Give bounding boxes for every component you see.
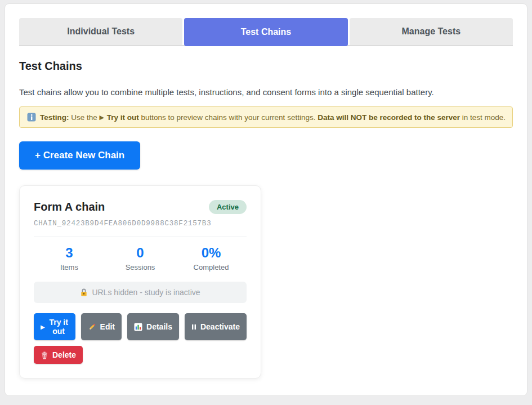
banner-no-record-warning: Data will NOT be recorded to the server	[318, 113, 460, 122]
stat-sessions-value: 0	[105, 245, 176, 261]
play-icon: ▶	[41, 324, 45, 330]
chain-title: Form A chain	[34, 201, 105, 213]
stat-items-label: Items	[34, 263, 105, 272]
main-panel: Individual Tests Test Chains Manage Test…	[5, 3, 527, 396]
stat-items-value: 3	[34, 245, 105, 261]
stat-sessions: 0 Sessions	[105, 245, 176, 272]
edit-button[interactable]: Edit	[81, 313, 122, 340]
tab-manage-tests[interactable]: Manage Tests	[350, 18, 513, 45]
card-divider	[34, 237, 247, 237]
pause-icon	[191, 324, 196, 330]
bar-chart-icon	[134, 323, 142, 331]
pencil-icon	[88, 323, 96, 331]
stat-sessions-label: Sessions	[105, 263, 176, 272]
stat-items: 3 Items	[34, 245, 105, 272]
stat-completed: 0% Completed	[176, 245, 247, 272]
deactivate-label: Deactivate	[200, 322, 240, 331]
banner-try-it-out: Try it out	[105, 113, 139, 122]
tab-individual-tests[interactable]: Individual Tests	[19, 18, 182, 45]
tab-bar: Individual Tests Test Chains Manage Test…	[19, 18, 513, 46]
details-button[interactable]: Details	[127, 313, 179, 340]
try-it-out-button[interactable]: ▶Try it out	[34, 313, 75, 340]
urls-hidden-notice: URLs hidden - study is inactive	[34, 282, 247, 303]
delete-label: Delete	[52, 350, 76, 359]
tab-test-chains[interactable]: Test Chains	[184, 18, 347, 46]
banner-label: Testing:	[40, 113, 69, 122]
delete-button-row: Delete	[34, 346, 247, 364]
try-it-out-label: Try it out	[49, 318, 69, 336]
chain-card: Form A chain Active CHAIN_92423B9D4FEA80…	[19, 185, 261, 379]
play-icon: ▶	[100, 114, 105, 121]
banner-text-2: buttons to preview chains with your curr…	[139, 113, 318, 122]
edit-label: Edit	[100, 322, 115, 331]
page-title: Test Chains	[19, 60, 513, 73]
details-label: Details	[146, 322, 172, 331]
testing-banner: Testing: Use the ▶ Try it out buttons to…	[19, 106, 513, 128]
urls-hidden-text: URLs hidden - study is inactive	[92, 288, 200, 297]
trash-icon	[41, 351, 48, 359]
chain-stats: 3 Items 0 Sessions 0% Completed	[34, 245, 247, 272]
page-description: Test chains allow you to combine multipl…	[19, 87, 513, 97]
banner-text-3: in test mode.	[460, 113, 506, 122]
lock-icon	[80, 288, 88, 297]
stat-completed-label: Completed	[176, 263, 247, 272]
create-new-chain-button[interactable]: + Create New Chain	[19, 141, 140, 170]
deactivate-button[interactable]: Deactivate	[185, 313, 247, 340]
stat-completed-value: 0%	[176, 245, 247, 261]
chain-id: CHAIN_92423B9D4FEA806D0D9988C38F2157B3	[34, 220, 247, 228]
action-buttons-row: ▶Try it out Edit Details Deactivate	[34, 313, 247, 340]
info-icon	[27, 113, 36, 122]
delete-button[interactable]: Delete	[34, 346, 83, 364]
banner-text-1: Use the	[69, 113, 100, 122]
status-badge: Active	[209, 200, 247, 214]
